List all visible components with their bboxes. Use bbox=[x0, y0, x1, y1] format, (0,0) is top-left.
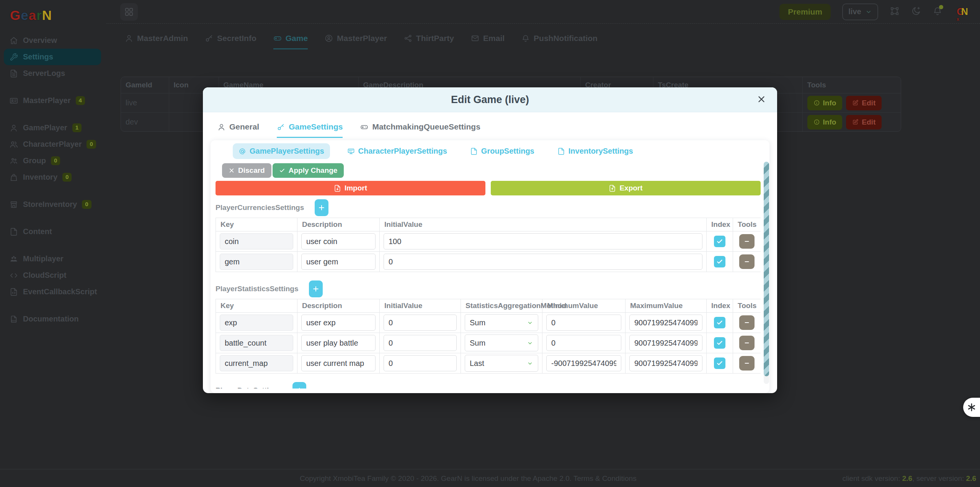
remove-row-button[interactable] bbox=[739, 234, 755, 249]
tab-pushnotification[interactable]: PushNotification bbox=[521, 34, 598, 48]
description-input[interactable] bbox=[301, 315, 376, 331]
fullscreen-button[interactable] bbox=[890, 6, 900, 17]
playerdata-section-header: PlayerDataSettings bbox=[216, 382, 761, 389]
action-row: Discard Apply Change bbox=[222, 163, 761, 178]
sidebar-item-multiplayer[interactable]: Multiplayer bbox=[0, 251, 106, 267]
maximum-value-input[interactable] bbox=[629, 355, 702, 371]
sidebar-item-characterplayer[interactable]: CharacterPlayer0 bbox=[0, 136, 106, 152]
x-icon bbox=[229, 167, 235, 174]
initial-value-input[interactable] bbox=[384, 233, 702, 249]
initial-value-input[interactable] bbox=[384, 355, 457, 371]
key-input[interactable] bbox=[220, 233, 293, 249]
sidebar-item-serverlogs[interactable]: ServerLogs bbox=[0, 65, 106, 82]
remove-row-button[interactable] bbox=[739, 336, 755, 350]
tab-masterplayer[interactable]: MasterPlayer bbox=[325, 34, 387, 48]
sidebar-item-overview[interactable]: Overview bbox=[0, 32, 106, 49]
sidebar-item-label: Overview bbox=[23, 36, 57, 45]
modal-tab-general[interactable]: General bbox=[217, 122, 259, 137]
sidebar-item-content[interactable]: Content bbox=[0, 223, 106, 240]
aggregation-select[interactable]: Sum bbox=[465, 335, 538, 351]
info-button[interactable]: Info bbox=[807, 115, 843, 130]
add-statistic-button[interactable] bbox=[309, 280, 323, 297]
key-input[interactable] bbox=[220, 355, 293, 371]
initial-value-input[interactable] bbox=[384, 335, 457, 351]
subtab-inventorysettings[interactable]: InventorySettings bbox=[552, 143, 639, 159]
minimum-value-input[interactable] bbox=[546, 315, 621, 331]
modal-content-card: GamePlayerSettingsCharacterPlayerSetting… bbox=[211, 140, 769, 393]
key-input[interactable] bbox=[220, 315, 293, 331]
apps-menu-button[interactable] bbox=[120, 3, 138, 21]
avatar[interactable]: GNx bbox=[954, 3, 971, 20]
edit-button[interactable]: Edit bbox=[846, 96, 882, 110]
index-checkbox[interactable] bbox=[714, 236, 725, 247]
apply-change-button[interactable]: Apply Change bbox=[273, 163, 344, 178]
sidebar-item-inventory[interactable]: Inventory0 bbox=[0, 169, 106, 185]
modal-tab-matchmakingqueuesettings[interactable]: MatchmakingQueueSettings bbox=[360, 122, 480, 137]
edit-button[interactable]: Edit bbox=[846, 115, 882, 130]
subtab-groupsettings[interactable]: GroupSettings bbox=[464, 143, 540, 159]
group-icon bbox=[10, 157, 18, 165]
tab-email[interactable]: Email bbox=[471, 34, 505, 48]
tab-game[interactable]: Game bbox=[273, 34, 308, 49]
index-checkbox[interactable] bbox=[714, 357, 725, 369]
multiplayer-icon bbox=[10, 255, 18, 263]
index-checkbox[interactable] bbox=[714, 256, 725, 267]
subtab-gameplayersettings[interactable]: GamePlayerSettings bbox=[233, 143, 330, 159]
description-input[interactable] bbox=[301, 335, 376, 351]
import-button[interactable]: Import bbox=[216, 181, 485, 195]
modal-tab-gamesettings[interactable]: GameSettings bbox=[277, 122, 343, 138]
column-header: Tools bbox=[733, 218, 761, 231]
add-currency-button[interactable] bbox=[315, 199, 328, 216]
assistant-button[interactable] bbox=[963, 398, 980, 417]
initial-value-input[interactable] bbox=[384, 315, 457, 331]
sidebar-item-group[interactable]: Group0 bbox=[0, 152, 106, 169]
export-button[interactable]: Export bbox=[491, 181, 761, 195]
maximum-value-input[interactable] bbox=[629, 315, 702, 331]
column-header: Index bbox=[707, 299, 733, 313]
modal-scrollbar[interactable] bbox=[764, 162, 769, 384]
sidebar-nav: OverviewSettingsServerLogsMasterPlayer4G… bbox=[0, 32, 106, 327]
key-input[interactable] bbox=[220, 335, 293, 351]
minimum-value-input[interactable] bbox=[546, 355, 621, 371]
sidebar-item-settings[interactable]: Settings bbox=[4, 49, 101, 65]
environment-select[interactable]: live bbox=[842, 3, 878, 20]
add-playerdata-button[interactable] bbox=[292, 382, 306, 389]
minimum-value-input[interactable] bbox=[546, 335, 621, 351]
maximum-value-input[interactable] bbox=[629, 335, 702, 351]
dark-mode-button[interactable] bbox=[911, 6, 921, 17]
tab-thirtparty[interactable]: ThirtParty bbox=[404, 34, 454, 48]
aggregation-select[interactable]: Sum bbox=[465, 314, 538, 331]
premium-button[interactable]: Premium bbox=[779, 4, 831, 20]
subtab-characterplayersettings[interactable]: CharacterPlayerSettings bbox=[341, 143, 453, 159]
remove-row-button[interactable] bbox=[739, 315, 755, 330]
sidebar-item-eventcallbackscript[interactable]: EventCallbackScript bbox=[0, 284, 106, 300]
sidebar-item-gameplayer[interactable]: GamePlayer1 bbox=[0, 120, 106, 136]
description-input[interactable] bbox=[301, 233, 376, 249]
info-button[interactable]: Info bbox=[807, 96, 843, 110]
remove-row-button[interactable] bbox=[739, 356, 755, 371]
subtab-label: CharacterPlayerSettings bbox=[358, 147, 447, 156]
sidebar-item-documentation[interactable]: DOCDocumentation bbox=[0, 311, 106, 327]
tab-masteradmin[interactable]: MasterAdmin bbox=[125, 34, 188, 48]
description-input[interactable] bbox=[301, 254, 376, 270]
sidebar-item-masterplayer[interactable]: MasterPlayer4 bbox=[0, 92, 106, 109]
initial-value-input[interactable] bbox=[384, 254, 702, 270]
discard-button[interactable]: Discard bbox=[222, 163, 271, 178]
notifications-button[interactable] bbox=[933, 6, 942, 17]
sidebar-item-label: Content bbox=[23, 227, 52, 236]
file-down-icon bbox=[334, 185, 341, 192]
file-text-icon bbox=[10, 69, 18, 78]
aggregation-select[interactable]: Last bbox=[465, 355, 538, 372]
sidebar-item-cloudscript[interactable]: CloudScript bbox=[0, 267, 106, 284]
key-input[interactable] bbox=[220, 254, 293, 270]
modal-scrollbar-thumb[interactable] bbox=[764, 162, 769, 376]
file-icon bbox=[470, 148, 478, 155]
description-input[interactable] bbox=[301, 355, 376, 371]
sidebar-item-storeinventory[interactable]: StoreInventory0 bbox=[0, 196, 106, 213]
close-icon[interactable] bbox=[755, 93, 768, 106]
index-checkbox[interactable] bbox=[714, 337, 725, 349]
remove-row-button[interactable] bbox=[739, 254, 755, 269]
tab-secretinfo[interactable]: SecretInfo bbox=[205, 34, 256, 48]
index-checkbox[interactable] bbox=[714, 317, 725, 328]
sidebar-item-label: CloudScript bbox=[23, 271, 66, 280]
